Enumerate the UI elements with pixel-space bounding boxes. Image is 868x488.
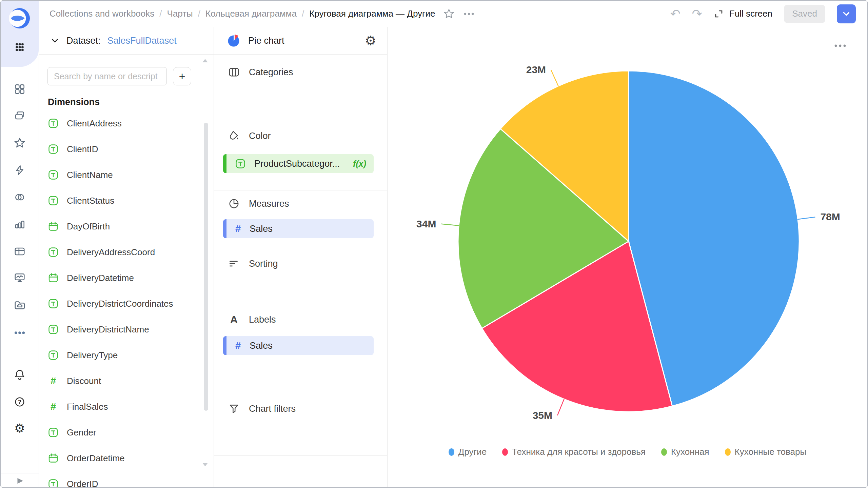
fullscreen-icon	[714, 9, 724, 19]
chart-type-label: Pie chart	[248, 36, 284, 46]
breadcrumb-item[interactable]: Collections and workbooks	[50, 8, 154, 19]
legend-item[interactable]: Кухонная	[661, 447, 709, 457]
breadcrumb-item[interactable]: Чарты	[167, 8, 193, 19]
star-icon	[443, 8, 454, 19]
list-item[interactable]: DeliveryAddressCoord	[39, 239, 207, 265]
list-item[interactable]: OrderID	[39, 471, 207, 487]
section-labels-header: A Labels	[214, 305, 387, 325]
field-name: Sales	[250, 224, 273, 234]
add-field-button[interactable]: +	[173, 67, 191, 85]
sidebar-item-connections[interactable]	[1, 160, 39, 180]
chart-settings-gear-icon[interactable]: ⚙	[365, 34, 376, 47]
chart-preview-area: 78M35M34M23M Другие Техника для красоты …	[388, 27, 867, 487]
fullscreen-button[interactable]: Full screen	[714, 8, 772, 19]
redo-button[interactable]: ↷	[692, 8, 702, 20]
sidebar-item-collections[interactable]	[1, 106, 39, 126]
list-item[interactable]: Gender	[39, 420, 207, 445]
categories-columns-icon	[228, 66, 240, 78]
sidebar-item-charts[interactable]	[1, 214, 39, 235]
pie-data-label: 34M	[416, 218, 436, 229]
section-labels[interactable]: A Labels # Sales	[214, 305, 387, 392]
apps-grid-button[interactable]	[1, 37, 39, 57]
sidebar-item-tables[interactable]	[1, 241, 39, 262]
chart-type-header[interactable]: Pie chart ⚙	[214, 27, 387, 55]
string-field-icon	[48, 324, 58, 334]
field-name: DeliveryDistrictCoordinates	[67, 299, 173, 309]
section-chart-filters[interactable]: Chart filters	[214, 392, 387, 456]
color-field-pill[interactable]: ProductSubcategor... f(x)	[223, 154, 374, 173]
list-item[interactable]: ClientID	[39, 136, 207, 162]
favorite-star-button[interactable]	[443, 8, 454, 19]
sidebar-item-monitoring[interactable]	[1, 268, 39, 288]
dataset-panel: Dataset: SalesFullDataset + Dimensions C…	[39, 27, 214, 487]
dataset-name-link[interactable]: SalesFullDataset	[107, 36, 177, 46]
breadcrumb-item[interactable]: Кольцевая диаграмма	[205, 8, 297, 19]
sidebar-item-storage[interactable]	[1, 295, 39, 315]
date-field-icon	[48, 221, 58, 231]
search-input[interactable]	[47, 67, 167, 85]
string-field-icon	[48, 118, 58, 128]
list-item[interactable]: DeliveryDistrictCoordinates	[39, 291, 207, 317]
legend-dot	[661, 448, 667, 456]
save-button[interactable]: Saved	[784, 5, 825, 23]
field-name: DeliveryDatetime	[67, 273, 134, 283]
chevron-down-icon[interactable]	[50, 36, 60, 45]
sidebar-item-favorites[interactable]	[1, 133, 39, 153]
breadcrumb-item[interactable]: Круговая диаграмма — Другие	[309, 8, 435, 19]
list-item[interactable]: ClientAddress	[39, 110, 207, 136]
more-menu-button[interactable]	[463, 12, 475, 16]
legend-item[interactable]: Техника для красоты и здоровья	[502, 447, 646, 457]
expand-sidebar-button[interactable]	[1, 471, 39, 488]
section-sorting[interactable]: Sorting	[214, 249, 387, 305]
section-categories[interactable]: Categories	[214, 54, 387, 119]
pie-data-label: 78M	[820, 211, 840, 222]
field-name: DayOfBirth	[67, 221, 110, 232]
notifications-button[interactable]	[1, 365, 39, 385]
scrollbar-down-arrow[interactable]	[202, 463, 208, 466]
string-field-icon	[48, 479, 58, 487]
sorting-lines-icon	[228, 258, 240, 269]
list-item[interactable]: DeliveryDistrictName	[39, 317, 207, 342]
list-item[interactable]: # FinalSales	[39, 394, 207, 420]
list-item[interactable]: ClientName	[39, 162, 207, 188]
topbar-actions: ↶ ↷ Full screen Saved	[670, 4, 856, 23]
list-item[interactable]: DeliveryType	[39, 342, 207, 368]
monitor-pulse-icon	[14, 272, 25, 284]
legend-item[interactable]: Другие	[449, 447, 487, 457]
help-button[interactable]: ?	[1, 392, 39, 412]
section-color[interactable]: Color ProductSubcategor... f(x)	[214, 119, 387, 190]
dimensions-list: ClientAddress ClientID ClientName Client…	[39, 110, 207, 487]
sidebar-item-dashboards[interactable]	[1, 79, 39, 99]
settings-button[interactable]: ⚙	[1, 418, 39, 439]
string-field-icon	[48, 247, 58, 257]
list-item[interactable]: ClientStatus	[39, 188, 207, 214]
dataset-label: Dataset:	[66, 36, 101, 46]
list-item[interactable]: OrderDatetime	[39, 445, 207, 471]
measures-field-pill[interactable]: # Sales	[223, 219, 374, 238]
list-item[interactable]: DayOfBirth	[39, 214, 207, 239]
lightning-icon	[14, 164, 25, 176]
venn-circles-icon	[14, 191, 25, 203]
save-dropdown-button[interactable]	[837, 4, 856, 23]
legend-label: Другие	[458, 447, 487, 457]
pie-chart-svg: 78M35M34M23M	[388, 27, 868, 488]
string-field-icon	[48, 350, 58, 360]
breadcrumb-separator: /	[302, 8, 304, 19]
section-measures[interactable]: Measures # Sales	[214, 190, 387, 249]
datalens-logo[interactable]	[1, 8, 39, 28]
section-label: Measures	[249, 199, 289, 209]
sidebar-more-button[interactable]	[1, 323, 39, 343]
list-item[interactable]: DeliveryDatetime	[39, 265, 207, 291]
list-item[interactable]: # Discount	[39, 368, 207, 394]
scrollbar-thumb[interactable]	[204, 123, 208, 411]
string-field-icon	[48, 299, 58, 309]
labels-field-pill[interactable]: # Sales	[223, 336, 374, 355]
section-sorting-header: Sorting	[214, 249, 387, 269]
sidebar-item-datasets[interactable]	[1, 187, 39, 207]
undo-button[interactable]: ↶	[670, 8, 680, 20]
section-label: Chart filters	[249, 404, 296, 414]
field-name: ClientAddress	[67, 118, 122, 129]
chevron-down-icon	[841, 9, 851, 19]
scrollbar-up-arrow[interactable]	[202, 59, 208, 62]
legend-item[interactable]: Кухонные товары	[725, 447, 807, 457]
